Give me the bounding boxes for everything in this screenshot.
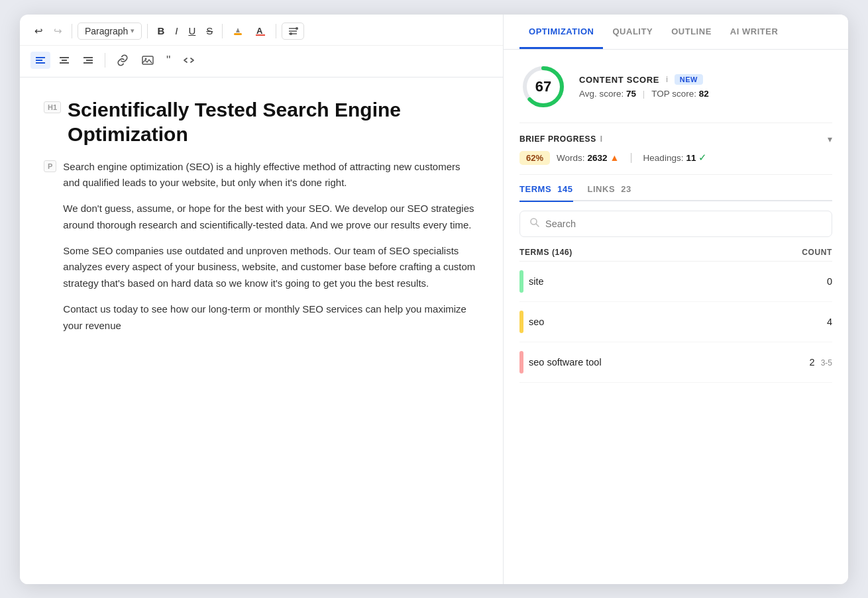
term-indicator-red <box>519 351 523 374</box>
bold-button[interactable]: B <box>153 23 168 39</box>
font-color-button[interactable]: A <box>250 23 270 40</box>
quote-button[interactable]: " <box>162 51 174 70</box>
svg-text:A: A <box>256 26 263 36</box>
svg-rect-0 <box>234 33 242 35</box>
term-count-seo-software: 2 3-5 <box>810 357 832 368</box>
brief-words: Words: 2632 ▲ <box>557 152 619 163</box>
tab-links[interactable]: LINKS 23 <box>588 184 631 202</box>
right-tabs: OPTIMIZATION QUALITY OUTLINE AI WRITER <box>504 15 848 50</box>
chevron-down-icon: ▾ <box>131 26 135 35</box>
tab-terms[interactable]: TERMS 145 <box>519 184 573 202</box>
tab-optimization[interactable]: OPTIMIZATION <box>519 15 603 49</box>
undo-button[interactable]: ↩ <box>30 23 47 40</box>
paragraph-select[interactable]: Paragraph ▾ <box>78 23 142 40</box>
editor-para-2: We don't guess, assume, or hope for the … <box>63 201 479 234</box>
score-info-icon[interactable]: i <box>666 75 668 84</box>
svg-point-6 <box>296 27 298 30</box>
brief-title-text: BRIEF PROGRESS <box>519 134 596 144</box>
terms-tabs: TERMS 145 LINKS 23 <box>519 175 832 202</box>
heading-block: H1 Scientifically Tested Search Engine O… <box>44 97 479 147</box>
align-right-button[interactable] <box>78 52 98 69</box>
score-circle: 67 <box>519 63 567 111</box>
toolbar-sep5 <box>105 53 105 68</box>
term-count-site: 0 <box>827 276 832 287</box>
brief-info-icon[interactable]: i <box>600 134 603 144</box>
terms-col-header: TERMS (146) <box>519 248 572 257</box>
editor-para-3: Some SEO companies use outdated and unpr… <box>63 243 479 292</box>
score-title-row: CONTENT SCORE i NEW <box>579 74 832 85</box>
highlight-button[interactable] <box>228 23 248 40</box>
words-arrow-icon: ▲ <box>610 152 620 163</box>
para-content-1[interactable]: Search engine optimization (SEO) is a hi… <box>63 159 479 334</box>
italic-button[interactable]: I <box>171 23 182 39</box>
tab-ai-writer[interactable]: AI WRITER <box>721 15 788 49</box>
score-info: CONTENT SCORE i NEW Avg. score: 75 | TOP… <box>579 74 832 99</box>
links-count: 23 <box>621 184 631 194</box>
table-row: site 0 <box>519 262 832 302</box>
toolbar-sep1 <box>72 24 72 38</box>
words-value: 2632 <box>588 153 608 163</box>
code-button[interactable] <box>178 52 199 69</box>
brief-chevron-icon[interactable]: ▾ <box>828 134 832 144</box>
editor-para-4: Contact us today to see how our long-ter… <box>63 301 479 334</box>
svg-line-22 <box>536 224 539 226</box>
top-label: TOP score: <box>651 89 696 99</box>
terms-tab-label: TERMS <box>519 184 551 194</box>
para-block-1: P Search engine optimization (SEO) is a … <box>44 159 479 334</box>
svg-rect-2 <box>256 34 265 36</box>
brief-title: BRIEF PROGRESS i <box>519 134 603 144</box>
toolbar-row2: " <box>20 46 503 77</box>
underline-button[interactable]: U <box>184 23 199 39</box>
count-col-header: COUNT <box>802 248 832 257</box>
headings-check-icon: ✓ <box>698 152 707 164</box>
toolbar-sep4 <box>276 24 276 38</box>
search-input[interactable] <box>545 219 822 229</box>
terms-count: 145 <box>557 184 572 194</box>
score-divider: | <box>643 89 647 99</box>
term-indicator-green <box>519 270 523 293</box>
strikethrough-button[interactable]: S <box>202 23 217 39</box>
align-center-button[interactable] <box>54 52 74 69</box>
words-label: Words: <box>557 153 585 163</box>
right-panel: OPTIMIZATION QUALITY OUTLINE AI WRITER 6… <box>504 15 848 584</box>
align-left-button[interactable] <box>30 52 50 69</box>
term-label: seo <box>529 317 544 327</box>
terms-rows: site 0 seo 4 seo software tool <box>519 262 832 383</box>
toolbar-sep3 <box>222 24 223 38</box>
avg-label: Avg. score: <box>579 89 624 99</box>
toolbar-row1: ↩ ↪ Paragraph ▾ B I U S A <box>20 15 503 46</box>
top-value: 82 <box>699 89 709 99</box>
score-sub: Avg. score: 75 | TOP score: 82 <box>579 89 832 99</box>
heading-label: H1 <box>44 101 61 113</box>
headings-label: Headings: <box>643 153 684 163</box>
editor-heading[interactable]: Scientifically Tested Search Engine Opti… <box>68 97 479 147</box>
score-title: CONTENT SCORE <box>579 75 659 85</box>
editor-panel: ↩ ↪ Paragraph ▾ B I U S A <box>20 15 504 584</box>
term-label: seo software tool <box>529 357 602 368</box>
headings-value: 11 <box>686 153 696 163</box>
term-seo-software: seo software tool <box>519 351 602 374</box>
para-label-1: P <box>44 160 56 172</box>
tab-quality[interactable]: QUALITY <box>603 15 662 49</box>
table-row: seo software tool 2 3-5 <box>519 342 832 383</box>
avg-value: 75 <box>626 89 636 99</box>
terms-table-header: TERMS (146) COUNT <box>519 248 832 262</box>
table-row: seo 4 <box>519 302 832 342</box>
link-button[interactable] <box>112 52 133 69</box>
term-count-seo: 4 <box>827 317 832 327</box>
links-tab-label: LINKS <box>588 184 616 194</box>
svg-point-18 <box>145 58 147 60</box>
brief-divider: | <box>629 152 632 164</box>
right-content: 67 CONTENT SCORE i NEW Avg. score: 75 | … <box>504 50 848 584</box>
toolbar-sep2 <box>147 24 148 38</box>
paragraph-label: Paragraph <box>85 26 128 36</box>
image-button[interactable] <box>137 52 158 69</box>
redo-button[interactable]: ↪ <box>50 23 66 40</box>
editor-para-1: Search engine optimization (SEO) is a hi… <box>63 159 479 192</box>
new-badge: NEW <box>675 74 703 85</box>
tab-outline[interactable]: OUTLINE <box>662 15 721 49</box>
format-options-button[interactable] <box>282 23 304 40</box>
brief-stats: 62% Words: 2632 ▲ | Headings: 11 ✓ <box>519 151 832 165</box>
count-range: 3-5 <box>821 358 832 368</box>
brief-headings: Headings: 11 ✓ <box>643 152 708 164</box>
